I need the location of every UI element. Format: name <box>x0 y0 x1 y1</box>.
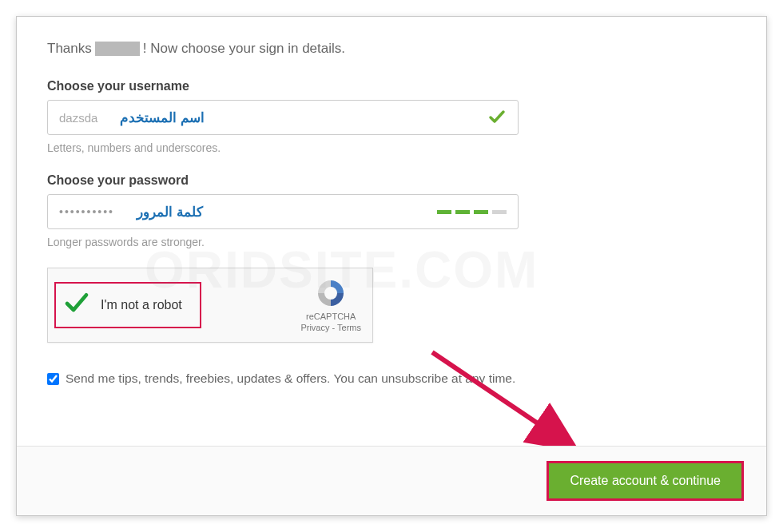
recaptcha-checkbox-area[interactable]: I'm not a robot <box>54 282 201 328</box>
recaptcha-logo-icon <box>315 277 347 309</box>
recaptcha-branding: reCAPTCHA Privacy - Terms <box>300 277 361 334</box>
newsletter-checkbox[interactable] <box>47 373 59 385</box>
username-help: Letters, numbers and underscores. <box>47 141 736 154</box>
recaptcha-widget[interactable]: I'm not a robot reCAPTCHA Privacy - Term… <box>47 268 373 343</box>
username-input[interactable]: dazsda اسم المستخدم <box>47 100 519 135</box>
greeting-line: Thanks ! Now choose your sign in details… <box>47 41 736 57</box>
password-strength-indicator <box>437 210 507 214</box>
username-value: dazsda <box>59 111 97 125</box>
footer-bar: Create account & continue <box>17 446 766 515</box>
recaptcha-links[interactable]: Privacy - Terms <box>300 322 361 333</box>
newsletter-optin[interactable]: Send me tips, trends, freebies, updates … <box>47 371 736 386</box>
newsletter-text: Send me tips, trends, freebies, updates … <box>66 371 515 386</box>
create-account-button[interactable]: Create account & continue <box>547 461 744 501</box>
greeting-suffix: ! Now choose your sign in details. <box>143 41 345 57</box>
password-label: Choose your password <box>47 173 736 188</box>
password-help: Longer passwords are stronger. <box>47 236 736 248</box>
username-label: Choose your username <box>47 79 736 93</box>
recaptcha-label: I'm not a robot <box>101 298 182 312</box>
password-annotation-ar: كلمة المرور <box>137 204 203 220</box>
svg-line-0 <box>432 352 572 447</box>
redacted-name <box>95 42 140 56</box>
password-input[interactable]: •••••••••• كلمة المرور <box>47 194 519 229</box>
username-annotation-ar: اسم المستخدم <box>120 109 205 126</box>
recaptcha-brand-text: reCAPTCHA <box>300 311 361 322</box>
password-mask: •••••••••• <box>59 205 114 218</box>
check-icon <box>487 108 507 127</box>
check-icon <box>64 291 89 320</box>
signup-panel: Thanks ! Now choose your sign in details… <box>16 16 767 516</box>
greeting-prefix: Thanks <box>47 41 92 57</box>
